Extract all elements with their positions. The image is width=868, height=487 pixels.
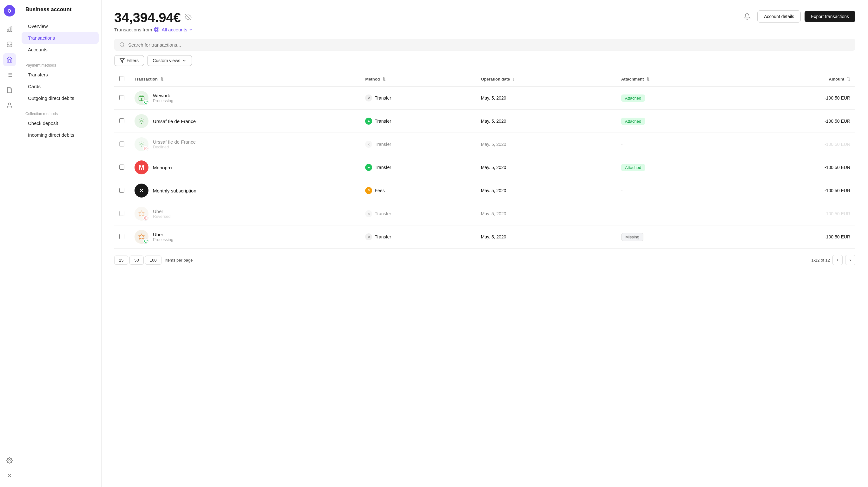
sidebar-item-overview[interactable]: Overview	[22, 20, 99, 32]
avatar[interactable]: Q	[4, 5, 15, 17]
table-row: Urssaf Ile de France Declined × Transfer…	[114, 133, 855, 156]
transaction-name: Wework	[153, 93, 173, 98]
search-input[interactable]	[128, 42, 850, 47]
header-actions: Account details Export transactions	[741, 10, 855, 23]
tx-avatar: M	[134, 160, 149, 174]
export-transactions-button[interactable]: Export transactions	[805, 11, 855, 22]
transactions-table: Transaction ⇅ Method ⇅ Operation date ↓ …	[114, 72, 855, 249]
nav-inbox-icon[interactable]	[3, 38, 16, 51]
nav-receipt-icon[interactable]	[3, 84, 16, 96]
svg-point-36	[141, 143, 143, 145]
attachment-cell: -	[616, 179, 741, 202]
sidebar-item-transactions[interactable]: Transactions	[22, 32, 99, 44]
notifications-button[interactable]	[741, 10, 753, 23]
method-label: Transfer	[375, 234, 391, 239]
sidebar-item-transfers[interactable]: Transfers	[22, 69, 99, 80]
transaction-cell: × Monthly subscription	[134, 184, 355, 197]
method-cell: × Transfer	[365, 141, 470, 148]
attachment-cell: Attached	[616, 86, 741, 110]
col-method: Method ⇅	[360, 72, 475, 86]
svg-point-11	[8, 460, 10, 461]
method-dot: ×	[365, 95, 372, 101]
row-checkbox[interactable]	[119, 118, 124, 123]
per-page-50[interactable]: 50	[129, 256, 144, 265]
avatar-wrap	[134, 207, 149, 221]
status-badge	[143, 215, 149, 221]
transaction-sub: Processing	[153, 98, 173, 103]
col-amount: Amount ⇅	[741, 72, 855, 86]
method-cell: × Transfer	[365, 210, 470, 217]
per-page-25[interactable]: 25	[114, 256, 128, 265]
account-details-button[interactable]: Account details	[757, 10, 801, 23]
row-checkbox[interactable]	[119, 95, 124, 100]
transaction-info: Monthly subscription	[153, 188, 196, 193]
transaction-sub: Processing	[153, 237, 173, 242]
row-checkbox[interactable]	[119, 188, 124, 193]
row-checkbox[interactable]	[119, 165, 124, 170]
transaction-info: Uber Processing	[153, 232, 173, 242]
items-per-page-label: Items per page	[165, 258, 193, 262]
attachment-badge: Missing	[621, 233, 643, 241]
transaction-info: Urssaf Ile de France Declined	[153, 139, 196, 149]
svg-line-18	[158, 30, 159, 31]
avatar-wrap	[134, 137, 149, 151]
transaction-info: Monoprix	[153, 165, 173, 170]
nav-chart-icon[interactable]	[3, 23, 16, 35]
sidebar-item-check-deposit[interactable]: Check deposit	[22, 117, 99, 129]
nav-close-icon[interactable]	[3, 469, 16, 482]
attachment-badge: Attached	[621, 118, 645, 125]
avatar-wrap: M	[134, 160, 149, 174]
avatar-wrap	[134, 91, 149, 105]
all-accounts-link[interactable]: All accounts	[161, 27, 193, 32]
hide-balance-icon[interactable]	[185, 13, 192, 22]
sidebar-item-outgoing-direct-debits[interactable]: Outgoing direct debits	[22, 92, 99, 104]
per-page-100[interactable]: 100	[145, 256, 161, 265]
custom-views-button[interactable]: Custom views	[147, 55, 192, 66]
next-page-button[interactable]: ›	[845, 255, 855, 265]
method-cell: × Transfer	[365, 233, 470, 240]
svg-point-27	[141, 120, 143, 122]
method-label: Transfer	[375, 165, 391, 170]
transaction-name: Monoprix	[153, 165, 173, 170]
svg-line-17	[155, 28, 156, 29]
nav-bank-icon[interactable]	[3, 53, 16, 66]
sidebar-item-cards[interactable]: Cards	[22, 80, 99, 92]
svg-line-34	[140, 123, 140, 123]
operation-date: May. 5, 2020	[476, 133, 616, 156]
nav-list-icon[interactable]	[3, 68, 16, 81]
select-all-checkbox[interactable]	[119, 76, 124, 81]
sidebar-item-accounts[interactable]: Accounts	[22, 44, 99, 56]
attachment-badge: Attached	[621, 164, 645, 171]
sidebar-item-incoming-direct-debits[interactable]: Incoming direct debits	[22, 129, 99, 141]
tx-avatar: ×	[134, 184, 149, 197]
table-row: Uber Reversed × Transfer May. 5, 2020 - …	[114, 202, 855, 225]
prev-page-button[interactable]: ‹	[833, 255, 843, 265]
attachment-cell: -	[616, 133, 741, 156]
row-checkbox[interactable]	[119, 211, 124, 216]
table-row: Uber Processing × Transfer May. 5, 2020 …	[114, 225, 855, 249]
svg-rect-0	[7, 29, 8, 32]
processing-badge	[143, 238, 149, 244]
svg-line-35	[143, 119, 144, 120]
sidebar-app-title: Business account	[19, 6, 101, 20]
method-cell: P Fees	[365, 187, 470, 194]
attachment-badge: Attached	[621, 95, 645, 102]
row-checkbox[interactable]	[119, 141, 124, 147]
table-row: M Monoprix ● Transfer May. 5, 2020 Attac…	[114, 156, 855, 179]
method-cell: × Transfer	[365, 95, 470, 101]
transaction-info: Urssaf Ile de France	[153, 119, 196, 124]
processing-badge	[143, 99, 149, 105]
search-bar[interactable]	[114, 39, 855, 51]
transaction-name: Uber	[153, 208, 171, 214]
page-range: 1-12 of 12	[811, 258, 830, 262]
filters-label: Filters	[127, 58, 138, 63]
filters-button[interactable]: Filters	[114, 55, 144, 66]
per-page-selector: 25 50 100 Items per page	[114, 256, 193, 265]
nav-settings-icon[interactable]	[3, 454, 16, 467]
nav-person-icon[interactable]	[3, 99, 16, 111]
method-label: Transfer	[375, 119, 391, 124]
svg-point-16	[156, 29, 158, 30]
svg-marker-24	[120, 59, 124, 62]
col-operation-date: Operation date ↓	[476, 72, 616, 86]
row-checkbox[interactable]	[119, 234, 124, 239]
